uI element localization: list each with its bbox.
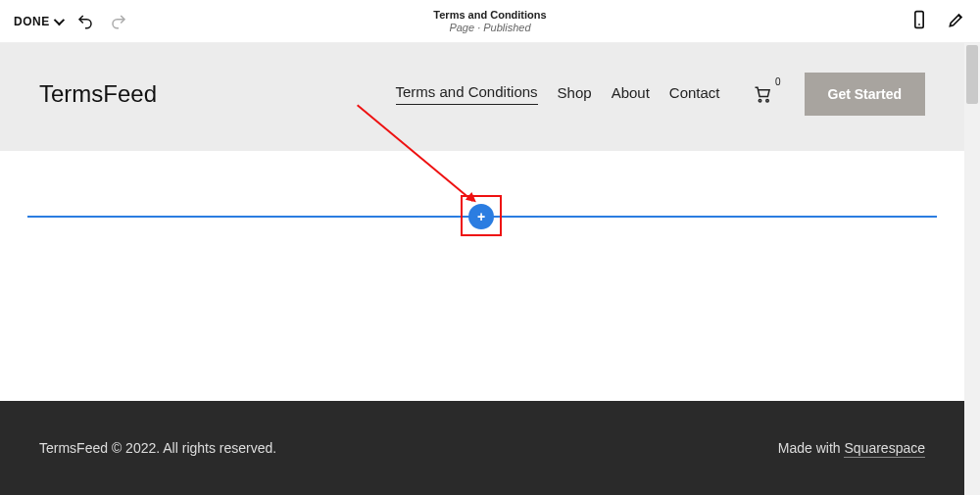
mobile-icon <box>909 10 929 29</box>
nav-link-contact[interactable]: Contact <box>669 84 720 105</box>
add-section-button[interactable]: + <box>470 206 492 227</box>
site-body[interactable]: + <box>0 151 964 401</box>
nav-link-shop[interactable]: Shop <box>558 84 592 105</box>
get-started-button[interactable]: Get Started <box>805 73 925 116</box>
redo-icon <box>110 13 127 30</box>
editor-top-bar: DONE Terms and Conditions Page · Publish… <box>0 0 980 43</box>
site-logo[interactable]: TermsFeed <box>39 80 157 108</box>
done-button[interactable]: DONE <box>14 15 62 28</box>
chevron-down-icon <box>53 14 64 25</box>
footer-copyright: TermsFeed © 2022. All rights reserved. <box>39 440 276 456</box>
cart-button[interactable]: 0 <box>752 84 773 104</box>
footer-made-with-prefix: Made with <box>778 440 845 456</box>
footer-made-with: Made with Squarespace <box>778 440 925 456</box>
footer-squarespace-link[interactable]: Squarespace <box>844 440 925 458</box>
undo-button[interactable] <box>75 12 95 31</box>
svg-point-3 <box>765 99 768 102</box>
device-preview-button[interactable] <box>909 10 929 33</box>
editor-page-title: Terms and Conditions <box>433 9 546 21</box>
editor-top-bar-right <box>909 10 966 33</box>
vertical-scrollbar[interactable] <box>964 43 980 495</box>
scrollbar-thumb[interactable] <box>966 45 978 104</box>
undo-icon <box>76 13 94 30</box>
editor-canvas: TermsFeed Terms and Conditions Shop Abou… <box>0 43 980 495</box>
site-header: TermsFeed Terms and Conditions Shop Abou… <box>0 43 964 151</box>
style-editor-button[interactable] <box>947 10 966 33</box>
svg-point-2 <box>759 99 761 102</box>
cart-count-badge: 0 <box>775 76 781 87</box>
site-preview: TermsFeed Terms and Conditions Shop Abou… <box>0 43 964 495</box>
redo-button[interactable] <box>109 12 128 31</box>
site-footer: TermsFeed © 2022. All rights reserved. M… <box>0 401 964 495</box>
nav-link-about[interactable]: About <box>612 84 650 105</box>
annotation-arrow-head <box>466 192 479 206</box>
done-button-label: DONE <box>14 15 50 28</box>
paintbrush-icon <box>947 10 966 29</box>
cart-icon <box>752 84 773 104</box>
site-nav: Terms and Conditions Shop About Contact … <box>396 73 926 116</box>
editor-top-bar-left: DONE <box>14 12 128 31</box>
nav-link-terms[interactable]: Terms and Conditions <box>396 83 538 105</box>
editor-page-status: Page · Published <box>433 22 546 33</box>
editor-page-info: Terms and Conditions Page · Published <box>433 9 546 33</box>
